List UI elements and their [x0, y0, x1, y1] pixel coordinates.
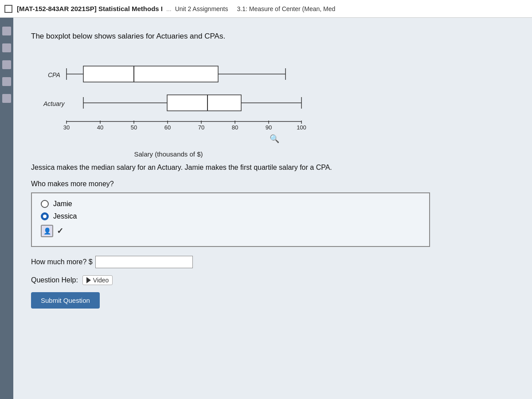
help-row: Question Help: Video: [31, 275, 514, 285]
svg-text:50: 50: [131, 124, 137, 131]
svg-text:Actuary: Actuary: [43, 100, 65, 107]
boxplot-container: 30 40 50 60 70 80 90 100 CPA: [31, 51, 514, 158]
problem-text: The boxplot below shows salaries for Act…: [31, 31, 514, 42]
label-jessica: Jessica: [53, 212, 77, 220]
radio-jessica[interactable]: [41, 212, 49, 220]
check-row: 👤 ✓: [41, 225, 420, 237]
checkmark-icon: ✓: [57, 226, 63, 236]
svg-text:30: 30: [63, 124, 70, 131]
label-jamie: Jamie: [53, 200, 72, 208]
video-button[interactable]: Video: [82, 275, 113, 285]
svg-text:70: 70: [198, 124, 204, 131]
help-label: Question Help:: [31, 276, 78, 284]
svg-text:100: 100: [297, 124, 306, 131]
boxplot-area: 30 40 50 60 70 80 90 100 CPA: [40, 55, 315, 153]
sidebar-icon-3[interactable]: [2, 60, 11, 69]
svg-text:90: 90: [266, 124, 272, 131]
breadcrumb-sep: ...: [166, 5, 172, 12]
breadcrumb-unit[interactable]: Unit 2 Assignments: [175, 5, 228, 12]
svg-rect-20: [83, 66, 218, 82]
sidebar-icon-5[interactable]: [2, 94, 11, 103]
option-jessica[interactable]: Jessica: [41, 212, 420, 220]
main-content: The boxplot below shows salaries for Act…: [13, 18, 532, 399]
radio-jamie[interactable]: [41, 200, 49, 208]
play-icon: [86, 277, 91, 283]
svg-text:CPA: CPA: [48, 71, 60, 78]
submit-button[interactable]: Submit Question: [31, 292, 100, 309]
boxplot-svg: 30 40 50 60 70 80 90 100 CPA: [40, 55, 315, 135]
sidebar-icon-4[interactable]: [2, 77, 11, 86]
svg-text:80: 80: [232, 124, 238, 131]
course-title: [MAT-152-843AR 2021SP] Statistical Metho…: [17, 5, 163, 12]
svg-rect-27: [167, 95, 241, 111]
breadcrumb-section[interactable]: 3.1: Measure of Center (Mean, Med: [237, 5, 336, 12]
nav-checkbox[interactable]: [4, 5, 12, 13]
check-button[interactable]: 👤: [41, 225, 53, 237]
option-jamie[interactable]: Jamie: [41, 200, 420, 208]
description-text: Jessica makes the median salary for an A…: [31, 162, 514, 173]
answer-box: Jamie Jessica 👤 ✓: [31, 192, 430, 247]
sidebar-icon-1[interactable]: [2, 27, 11, 35]
how-much-label: How much more? $: [31, 258, 93, 266]
video-label: Video: [93, 277, 109, 284]
svg-text:40: 40: [97, 124, 103, 131]
how-much-input[interactable]: [95, 256, 193, 268]
person-icon: 👤: [43, 227, 51, 235]
sidebar: [0, 18, 13, 399]
how-much-row: How much more? $: [31, 256, 514, 268]
sidebar-icon-2[interactable]: [2, 43, 11, 52]
topbar: [MAT-152-843AR 2021SP] Statistical Metho…: [0, 0, 532, 18]
question-label: Who makes more money?: [31, 180, 514, 188]
svg-text:60: 60: [164, 124, 171, 131]
zoom-icon[interactable]: 🔍: [270, 134, 279, 144]
